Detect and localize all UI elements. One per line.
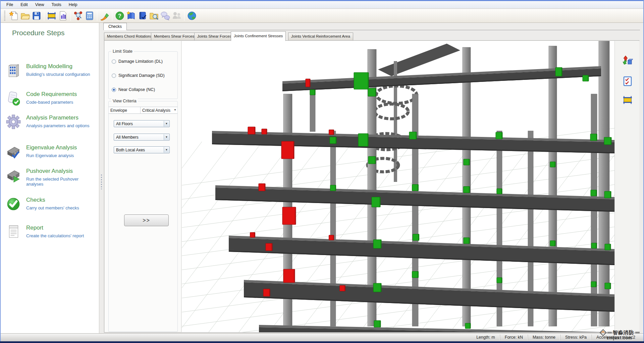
view-controls-panel: Limit State Damage Limitation (DL) Signi… <box>105 41 181 332</box>
sidebar-splitter[interactable] <box>100 23 103 333</box>
toolbar-separator <box>70 11 71 21</box>
status-mass: Mass: tonne <box>528 335 560 340</box>
building-model-render <box>182 41 614 332</box>
menu-file[interactable]: File <box>3 1 17 8</box>
menu-tools[interactable]: Tools <box>48 1 65 8</box>
toolbar: ? <box>1 9 643 23</box>
tab-joints-vertical-reinforcement-area[interactable]: Joints Vertical Reinforcement Area <box>288 33 353 41</box>
radio-circle[interactable] <box>112 74 116 78</box>
radio-damage-limitation[interactable]: Damage Limitation (DL) <box>112 59 163 64</box>
limit-state-label: Limit State <box>111 49 134 54</box>
outer-tab-bar: Checks <box>103 23 640 30</box>
gear-icon <box>5 114 21 130</box>
forum-bubbles-icon[interactable] <box>160 10 171 21</box>
step-subtitle: Run the selected Pushover analyses <box>26 177 97 187</box>
step-subtitle: Building's structural configuration <box>26 72 90 77</box>
chevron-down-icon: ▼ <box>164 134 169 140</box>
radio-label: Significant Damage (SD) <box>118 73 165 78</box>
examples-folder-icon[interactable] <box>148 10 160 21</box>
tab-joints-confinement-stresses[interactable]: Joints Confinement Stresses <box>231 31 286 41</box>
new-file-icon[interactable] <box>8 10 19 21</box>
toolbar-grip[interactable] <box>4 11 5 21</box>
menu-view[interactable]: View <box>32 1 48 8</box>
splitter-grip[interactable] <box>101 175 102 189</box>
toolbar-separator <box>112 11 112 21</box>
sidebar-item-report[interactable]: Report Create the calculations' report <box>5 224 97 245</box>
open-folder-icon[interactable] <box>19 10 31 21</box>
right-tool-strip <box>614 41 639 332</box>
envelope-cell: Envelope <box>109 107 141 113</box>
frame-section-icon[interactable] <box>46 10 57 21</box>
watermark-rule <box>635 332 640 334</box>
calculator-icon[interactable] <box>84 10 95 21</box>
sidebar-item-checks[interactable]: Checks Carry out members' checks <box>5 196 97 217</box>
status-length: Length: m <box>472 335 500 340</box>
step-subtitle: Analysis parameters and options <box>26 123 90 128</box>
tab-members-shear-forces[interactable]: Members Shear Forces <box>151 33 197 41</box>
menu-edit[interactable]: Edit <box>17 1 32 8</box>
help-icon[interactable]: ? <box>114 10 125 21</box>
paintbrush-icon[interactable] <box>99 10 110 21</box>
step-title: Eigenvalue Analysis <box>26 144 77 151</box>
status-force: Force: kN <box>500 335 528 340</box>
save-icon[interactable] <box>31 10 42 21</box>
members-dropdown-value: All Members <box>116 135 139 140</box>
bibliography-book-icon[interactable] <box>137 10 148 21</box>
check-circle-icon <box>5 196 21 212</box>
step-title: Analysis Parameters <box>26 114 78 121</box>
procedure-steps-panel: Procedure Steps Building Modelling Build… <box>1 23 99 333</box>
toolbar-separator <box>44 11 44 21</box>
limit-state-group: Limit State Damage Limitation (DL) Signi… <box>108 51 178 99</box>
tab-joints-shear-forces[interactable]: Joints Shear Forces <box>194 33 234 41</box>
sidebar-item-code-requirements[interactable]: Code Requirements Code-based parameters <box>5 90 97 111</box>
members-dropdown[interactable]: All Members ▼ <box>114 134 170 141</box>
toolbar-separator <box>97 11 97 21</box>
window-border-bottom <box>0 341 644 343</box>
radio-circle[interactable] <box>112 59 116 64</box>
radio-significant-damage[interactable]: Significant Damage (SD) <box>112 73 165 78</box>
sidebar-item-eigenvalue-analysis[interactable]: Eigenvalue Analysis Run Eigenvalue analy… <box>5 144 97 164</box>
step-subtitle: Run Eigenvalue analysis <box>26 153 74 158</box>
sidebar-item-pushover-analysis[interactable]: Pushover Analysis Run the selected Pusho… <box>5 167 97 188</box>
tutorial-book-icon[interactable] <box>125 10 137 21</box>
step-subtitle: Code-based parameters <box>26 100 73 105</box>
analysis-dropdown[interactable]: Critical Analysis ▼ <box>141 107 177 113</box>
step-subtitle: Create the calculations' report <box>26 233 84 238</box>
view-criteria-group: View Criteria Envelope Critical Analysis… <box>108 101 178 332</box>
chevron-down-icon: ▼ <box>164 121 169 127</box>
checks-panel: Limit State Damage Limitation (DL) Signi… <box>104 40 639 333</box>
report-document-icon[interactable] <box>57 10 69 21</box>
deformed-shape-icon[interactable] <box>622 54 634 66</box>
step-title: Code Requirements <box>26 91 77 98</box>
structure-3d-view[interactable] <box>182 41 614 332</box>
menu-bar: File Edit View Tools Help <box>1 1 643 9</box>
radio-near-collapse[interactable]: Near Collapse (NC) <box>112 87 155 92</box>
scroll-check-icon <box>5 90 21 106</box>
frame-view-icon[interactable] <box>622 94 634 106</box>
website-globe-icon[interactable] <box>186 10 198 21</box>
toolbar-separator <box>184 11 184 21</box>
step-title: Pushover Analysis <box>26 168 73 175</box>
sidebar-item-analysis-parameters[interactable]: Analysis Parameters Analysis parameters … <box>5 114 97 135</box>
sidebar-title: Procedure Steps <box>12 29 64 37</box>
status-bar: Length: m Force: kN Mass: tonne Stress: … <box>1 333 643 341</box>
axes-dropdown[interactable]: Both Local Axes ▼ <box>114 146 170 153</box>
svg-text:?: ? <box>118 13 121 19</box>
analysis-dropdown-value: Critical Analysis <box>142 108 170 113</box>
radio-label: Near Collapse (NC) <box>118 87 155 92</box>
floors-dropdown-value: All Floors <box>116 121 133 126</box>
model-viewer-icon[interactable] <box>72 10 84 21</box>
checks-list-icon[interactable] <box>622 75 634 87</box>
axes-dropdown-value: Both Local Axes <box>116 148 145 152</box>
menu-help[interactable]: Help <box>65 1 81 8</box>
refresh-view-button[interactable]: >> <box>124 214 169 226</box>
support-icon[interactable] <box>171 10 182 21</box>
tab-members-chord-rotations[interactable]: Members Chord Rotations <box>104 33 155 41</box>
tab-checks[interactable]: Checks <box>103 23 127 30</box>
status-stress: Stress: kPa <box>560 335 591 340</box>
sidebar-item-building-modelling[interactable]: Building Modelling Building's structural… <box>5 62 97 83</box>
step-title: Building Modelling <box>26 63 72 70</box>
floors-dropdown[interactable]: All Floors ▼ <box>114 120 170 127</box>
radio-circle-selected[interactable] <box>112 88 116 92</box>
step-subtitle: Carry out members' checks <box>26 205 79 210</box>
